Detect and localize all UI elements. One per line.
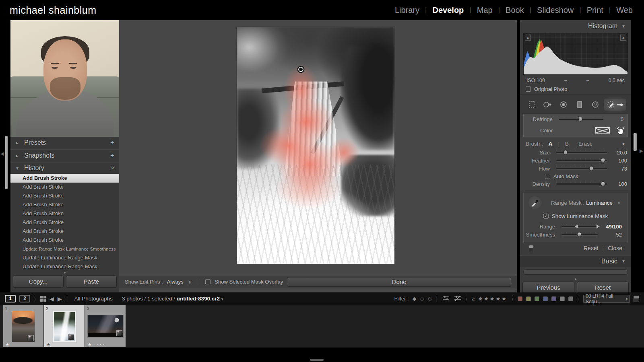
color-label-yellow[interactable]: [526, 296, 531, 301]
density-value[interactable]: 100: [610, 181, 627, 187]
history-item[interactable]: Update Range Mask Luminance Smoothness: [10, 245, 119, 253]
feather-value[interactable]: 100: [610, 158, 627, 164]
second-window-button[interactable]: 2: [19, 295, 30, 302]
radial-filter-tool-icon[interactable]: [588, 99, 603, 111]
next-photo-icon[interactable]: ▶: [58, 296, 62, 302]
module-web[interactable]: Web: [616, 6, 633, 15]
collapse-icon[interactable]: ▼: [621, 142, 625, 146]
spinner-icon[interactable]: ▴▾: [189, 280, 191, 284]
done-button[interactable]: Done: [287, 277, 511, 287]
module-develop[interactable]: Develop: [433, 6, 464, 15]
history-item[interactable]: Add Brush Stroke: [10, 218, 119, 227]
history-item[interactable]: Add Brush Stroke: [10, 200, 119, 209]
reset-button[interactable]: Reset: [577, 282, 629, 294]
reset-link[interactable]: Reset: [584, 245, 599, 251]
smoothness-value[interactable]: 52: [601, 232, 622, 238]
module-library[interactable]: Library: [395, 6, 419, 15]
history-item[interactable]: Update Luminance Range Mask: [10, 262, 119, 271]
module-slideshow[interactable]: Slideshow: [537, 6, 574, 15]
unflagged-filter-icon[interactable]: ◇: [420, 296, 424, 302]
color-swatch[interactable]: [595, 127, 610, 134]
density-slider[interactable]: [556, 183, 607, 185]
module-map[interactable]: Map: [477, 6, 493, 15]
right-panel-scrollbar[interactable]: [634, 133, 637, 151]
smoothness-slider[interactable]: [561, 234, 598, 235]
grid-view-icon[interactable]: [40, 296, 46, 302]
close-link[interactable]: Close: [608, 245, 622, 251]
histogram[interactable]: ▲ ▲: [523, 33, 628, 75]
adjustment-badge-icon[interactable]: [68, 334, 74, 340]
collapse-right-panel-icon[interactable]: ▶: [640, 148, 643, 154]
size-value[interactable]: 20.0: [610, 150, 627, 156]
add-snapshot-icon[interactable]: +: [110, 153, 114, 158]
selection-status[interactable]: 3 photos / 1 selected / untitled-8390.cr…: [122, 296, 223, 302]
filmstrip-cell[interactable]: 1 ★: [3, 305, 43, 347]
auto-mask-checkbox[interactable]: [545, 174, 550, 179]
brush-edit-pin[interactable]: [298, 67, 303, 72]
color-label-none[interactable]: [568, 296, 573, 301]
thumbnail-waterfall[interactable]: [53, 311, 76, 342]
thumbnail-sunset-beach[interactable]: [12, 311, 35, 342]
eyedropper-icon[interactable]: [528, 196, 541, 209]
defringe-slider-thumb[interactable]: [578, 117, 582, 121]
rejected-filter-icon[interactable]: ◇: [428, 296, 432, 302]
add-preset-icon[interactable]: +: [110, 140, 114, 146]
show-edit-pins-dropdown[interactable]: Always: [167, 279, 184, 285]
collapse-icon[interactable]: ▼: [621, 259, 625, 263]
range-value[interactable]: 49/100: [601, 224, 622, 230]
thumbnail-night-sky[interactable]: [87, 315, 124, 337]
history-item[interactable]: Update Luminance Range Mask: [10, 253, 119, 262]
photo-rating[interactable]: ★: [47, 342, 51, 347]
smoothness-slider-thumb[interactable]: [577, 232, 582, 237]
flagged-filter-icon[interactable]: ◆: [413, 296, 417, 302]
rating-disabled-icon[interactable]: [454, 295, 462, 302]
collapse-left-panel-icon[interactable]: ◀: [0, 151, 4, 156]
color-label-red[interactable]: [518, 296, 522, 301]
original-photo-checkbox[interactable]: [526, 86, 531, 92]
color-label-blue[interactable]: [543, 296, 548, 301]
color-label-purple[interactable]: [551, 296, 556, 301]
flow-value[interactable]: 73: [610, 166, 627, 172]
flow-slider-thumb[interactable]: [589, 166, 593, 171]
star-rating-filter[interactable]: ★★★★★: [478, 296, 508, 302]
panel-scrollbar-horizontal[interactable]: [523, 269, 628, 275]
expand-icon[interactable]: ►: [15, 141, 20, 145]
defringe-value[interactable]: 0: [607, 116, 623, 122]
rating-ge-icon[interactable]: ≥: [472, 296, 475, 302]
history-item[interactable]: Add Brush Stroke: [10, 174, 119, 183]
previous-photo-icon[interactable]: ◀: [50, 296, 54, 302]
paste-button[interactable]: Paste: [66, 276, 117, 288]
crop-tool-icon[interactable]: [525, 99, 539, 111]
flow-slider[interactable]: [556, 168, 607, 169]
filmstrip-scrollbar[interactable]: [310, 359, 324, 361]
copy-button[interactable]: Copy...: [13, 276, 64, 288]
filmstrip-cell-selected[interactable]: 2 ★: [44, 305, 85, 347]
history-panel-header[interactable]: ▼ History ×: [10, 162, 119, 174]
adjustment-badge-icon[interactable]: [28, 335, 34, 341]
history-item[interactable]: Add Brush Stroke: [10, 227, 119, 236]
module-book[interactable]: Book: [506, 6, 524, 15]
filter-preset-dropdown[interactable]: 00 LRT4 Full Sequ... ▴▾: [583, 295, 630, 303]
defringe-slider[interactable]: [559, 119, 603, 120]
photo-rating[interactable]: ★: [6, 342, 10, 347]
range-mask-dropdown[interactable]: Range Mask : Luminance: [551, 200, 613, 206]
range-low-handle[interactable]: [575, 224, 578, 228]
filmstrip-cell[interactable]: 3 ★ · · · ·: [85, 305, 126, 347]
spot-removal-tool-icon[interactable]: [541, 99, 555, 111]
previous-button[interactable]: Previous: [522, 282, 574, 294]
rating-edit-icon[interactable]: [442, 295, 450, 302]
show-luminance-checkbox[interactable]: [543, 214, 549, 219]
size-slider[interactable]: [556, 152, 607, 153]
expand-icon[interactable]: ►: [15, 154, 20, 158]
presets-panel-header[interactable]: ► Presets +: [10, 137, 119, 149]
filters-toggle-icon[interactable]: [634, 296, 639, 302]
source-indicator[interactable]: All Photographs: [74, 296, 113, 302]
collapse-icon[interactable]: ▼: [621, 24, 626, 29]
red-eye-tool-icon[interactable]: [556, 99, 571, 111]
snapshots-panel-header[interactable]: ► Snapshots +: [10, 150, 119, 162]
density-slider-thumb[interactable]: [601, 181, 605, 186]
panel-switch-icon[interactable]: [529, 245, 533, 251]
main-window-button[interactable]: 1: [5, 295, 16, 302]
feather-slider[interactable]: [556, 160, 607, 161]
history-item[interactable]: Add Brush Stroke: [10, 183, 119, 191]
